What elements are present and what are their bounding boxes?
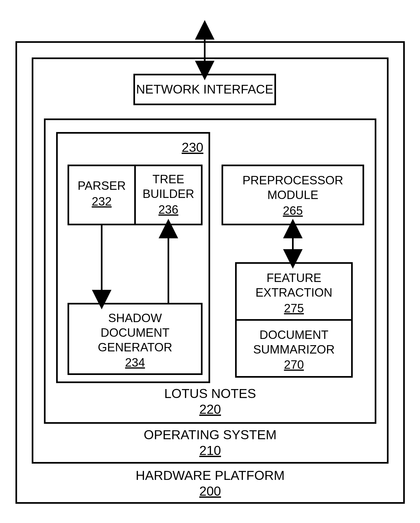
operating-system-ref: 210 [199,443,221,458]
tree-builder-label2: BUILDER [143,187,194,200]
doc-summarizor-label1: DOCUMENT [259,328,328,341]
feature-extraction-label1: FEATURE [267,271,321,284]
operating-system-label: OPERATING SYSTEM [144,428,277,442]
doc-summarizor-ref: 270 [284,358,304,371]
shadow-doc-gen-label1: SHADOW [108,311,162,325]
tree-builder-ref: 236 [158,203,178,216]
parser-ref: 232 [92,195,111,208]
parser-label: PARSER [78,179,126,192]
connector-left-of-feature [222,224,236,263]
hardware-platform-ref: 200 [199,484,221,498]
tree-builder-label1: TREE [152,172,184,186]
shadow-doc-gen-ref: 234 [125,356,145,369]
preprocessor-label1: PREPROCESSOR [242,174,343,187]
preprocessor-ref: 265 [283,204,303,217]
network-interface-label: NETWORK INTERFACE [136,82,273,96]
feature-extraction-label2: EXTRACTION [255,286,332,299]
lotus-notes-ref: 220 [199,402,221,416]
hardware-platform-label: HARDWARE PLATFORM [136,468,284,483]
shadow-doc-gen-label3: GENERATOR [98,341,172,354]
preprocessor-label2: MODULE [267,188,318,201]
doc-summarizor-label2: SUMMARIZOR [253,343,335,356]
diagram-svg: HARDWARE PLATFORM 200 OPERATING SYSTEM 2… [0,0,420,523]
shadow-doc-gen-label2: DOCUMENT [101,326,169,339]
lotus-notes-label: LOTUS NOTES [164,386,256,401]
feature-extraction-ref: 275 [284,301,304,315]
module-230-ref: 230 [182,140,203,155]
